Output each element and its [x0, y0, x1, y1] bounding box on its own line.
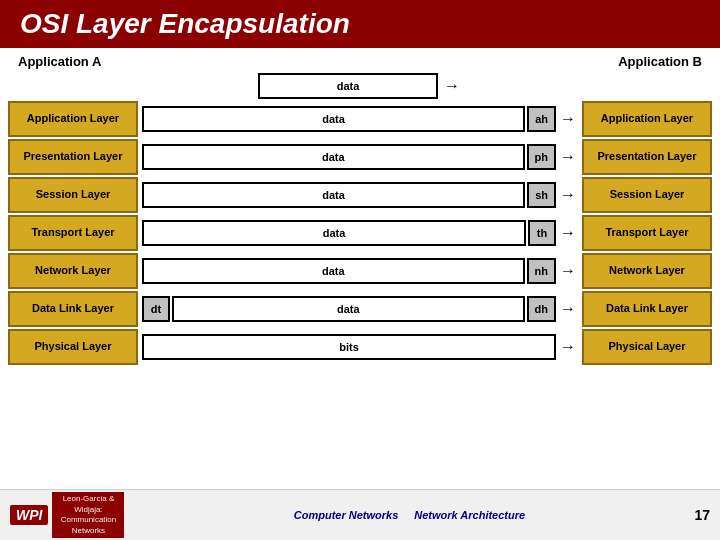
app-labels-row: Application A Application B — [8, 52, 712, 71]
data-box-dh: data — [172, 296, 525, 322]
right-layer-datalink: Data Link Layer — [582, 291, 712, 327]
top-data-row: data → — [8, 71, 712, 101]
left-layer-session: Session Layer — [8, 177, 138, 213]
leon-garcia-credit: Leon-Garcia & Widjaja: Communication Net… — [52, 492, 124, 538]
main-content: Application A Application B data → Appli… — [0, 48, 720, 369]
arrow-sh: → — [558, 186, 578, 204]
footer: WPI Leon-Garcia & Widjaja: Communication… — [0, 489, 720, 540]
hdr-box-sh: sh — [527, 182, 556, 208]
data-box-th: data — [142, 220, 526, 246]
right-layer-network: Network Layer — [582, 253, 712, 289]
hdr-box-nh: nh — [527, 258, 556, 284]
left-layer-transport: Transport Layer — [8, 215, 138, 251]
right-layer-presentation: Presentation Layer — [582, 139, 712, 175]
header: OSI Layer Encapsulation — [0, 0, 720, 48]
center-row-ah: data ah → — [142, 101, 578, 137]
content-area: Application Layer Presentation Layer Ses… — [8, 101, 712, 365]
bits-box: bits — [142, 334, 556, 360]
center-row-th: data th → — [142, 215, 578, 251]
right-layer-session: Session Layer — [582, 177, 712, 213]
post-box-dh: dh — [527, 296, 556, 322]
left-layer-network: Network Layer — [8, 253, 138, 289]
pre-box-dt: dt — [142, 296, 170, 322]
center-row-ph: data ph → — [142, 139, 578, 175]
hdr-box-ah: ah — [527, 106, 556, 132]
data-box-sh: data — [142, 182, 525, 208]
arrow-ph: → — [558, 148, 578, 166]
footer-right-text: Network Architecture — [414, 509, 525, 521]
data-box-ah: data — [142, 106, 525, 132]
hdr-box-th: th — [528, 220, 556, 246]
arrow-dh: → — [558, 300, 578, 318]
page-number: 17 — [694, 507, 710, 523]
center-row-bits: bits → — [142, 329, 578, 365]
left-layers: Application Layer Presentation Layer Ses… — [8, 101, 138, 365]
top-data-box: data — [258, 73, 438, 99]
app-a-label: Application A — [18, 54, 101, 69]
center-row-nh: data nh → — [142, 253, 578, 289]
footer-left-text: Computer Networks — [294, 509, 399, 521]
arrow-bits: → — [558, 338, 578, 356]
right-layer-transport: Transport Layer — [582, 215, 712, 251]
arrow-ah: → — [558, 110, 578, 128]
center-col: data ah → data ph → data — [138, 101, 582, 365]
right-layers: Application Layer Presentation Layer Ses… — [582, 101, 712, 365]
wpi-logo: WPI — [10, 505, 48, 525]
arrow-nh: → — [558, 262, 578, 280]
center-row-sh: data sh → — [142, 177, 578, 213]
header-title: OSI Layer Encapsulation — [20, 8, 350, 39]
data-box-ph: data — [142, 144, 525, 170]
data-box-nh: data — [142, 258, 525, 284]
right-layer-application: Application Layer — [582, 101, 712, 137]
arrow-th: → — [558, 224, 578, 242]
left-layer-presentation: Presentation Layer — [8, 139, 138, 175]
left-layer-physical: Physical Layer — [8, 329, 138, 365]
right-layer-physical: Physical Layer — [582, 329, 712, 365]
app-b-label: Application B — [618, 54, 702, 69]
center-row-dh: dt data dh → — [142, 291, 578, 327]
left-layer-application: Application Layer — [8, 101, 138, 137]
left-layer-datalink: Data Link Layer — [8, 291, 138, 327]
top-arrow: → — [442, 77, 462, 95]
hdr-box-ph: ph — [527, 144, 556, 170]
